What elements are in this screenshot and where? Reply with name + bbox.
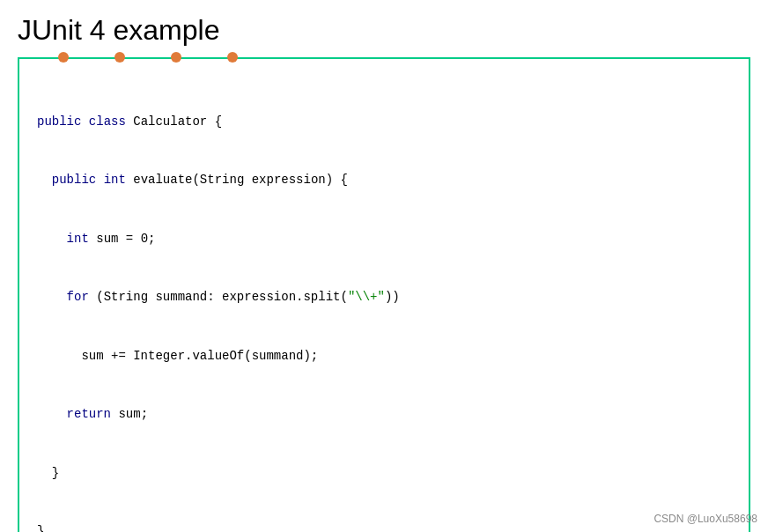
page-title: JUnit 4 example bbox=[18, 14, 750, 47]
code-line-3: int sum = 0; bbox=[37, 230, 731, 249]
code-line-2: public int evaluate(String expression) { bbox=[37, 171, 731, 190]
dot-1 bbox=[58, 52, 69, 63]
code-container: public class Calculator { public int eva… bbox=[18, 57, 750, 532]
dot-3 bbox=[171, 52, 181, 63]
code-line-4: for (String summand: expression.split("\… bbox=[37, 288, 731, 307]
code-line-1: public class Calculator { bbox=[37, 113, 731, 132]
dot-2 bbox=[114, 52, 125, 63]
watermark: CSDN @LuoXu58698 bbox=[654, 513, 757, 525]
code-block: public class Calculator { public int eva… bbox=[37, 73, 731, 532]
dot-row bbox=[19, 52, 238, 63]
code-line-7: } bbox=[37, 464, 731, 484]
page-container: JUnit 4 example public class Calculator … bbox=[0, 0, 768, 532]
dot-4 bbox=[227, 52, 238, 63]
code-line-6: return sum; bbox=[37, 405, 731, 425]
code-line-5: sum += Integer.valueOf(summand); bbox=[37, 347, 731, 366]
code-line-8: } bbox=[37, 522, 731, 532]
